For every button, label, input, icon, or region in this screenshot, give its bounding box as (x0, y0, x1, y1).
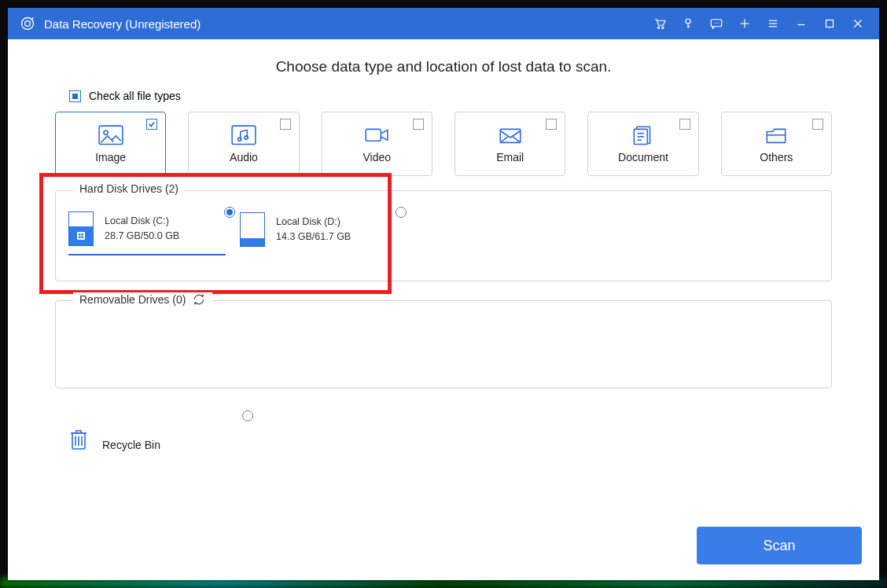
svg-line-2 (31, 18, 34, 20)
svg-rect-37 (79, 237, 81, 239)
svg-point-3 (657, 27, 659, 28)
svg-rect-18 (826, 20, 834, 28)
type-checkbox-email[interactable] (546, 119, 557, 130)
svg-point-5 (686, 19, 690, 24)
audio-icon (230, 124, 257, 146)
svg-point-9 (714, 23, 715, 24)
recycle-radio[interactable] (242, 410, 253, 421)
type-label-image: Image (95, 151, 126, 164)
feedback-icon[interactable] (708, 15, 725, 32)
email-icon (497, 124, 524, 146)
refresh-icon[interactable] (192, 292, 206, 307)
scan-button[interactable]: Scan (697, 527, 862, 564)
page-heading: Choose data type and location of lost da… (55, 58, 832, 75)
removable-section: Removable Drives (0) (55, 300, 832, 388)
drive-d-name: Local Disk (D:) (276, 215, 351, 230)
removable-legend: Removable Drives (0) (73, 292, 212, 307)
minimize-button[interactable] (793, 15, 810, 32)
document-icon (630, 124, 657, 146)
svg-rect-38 (82, 237, 84, 239)
cart-icon[interactable] (651, 15, 668, 32)
disk-icon (68, 211, 94, 246)
drive-c-name: Local Disk (C:) (105, 214, 179, 229)
recycle-bin-label: Recycle Bin (102, 439, 160, 451)
recycle-bin-option[interactable]: Recycle Bin (69, 410, 234, 451)
type-checkbox-video[interactable] (413, 119, 424, 130)
drive-d-radio[interactable] (396, 207, 407, 218)
svg-rect-34 (77, 232, 85, 240)
drive-d[interactable]: Local Disk (D:) 14.3 GB/61.7 GB (240, 208, 397, 255)
svg-point-10 (716, 23, 716, 24)
titlebar-buttons (651, 15, 873, 32)
type-card-email[interactable]: Email (455, 112, 565, 176)
content-area: Choose data type and location of lost da… (8, 39, 879, 580)
drive-d-usage: 14.3 GB/61.7 GB (276, 230, 351, 244)
svg-point-25 (245, 136, 248, 139)
others-icon (763, 124, 789, 146)
close-button[interactable] (849, 15, 867, 32)
svg-point-1 (25, 21, 31, 27)
type-label-document: Document (618, 151, 668, 164)
maximize-button[interactable] (821, 15, 838, 32)
type-checkbox-others[interactable] (812, 119, 823, 130)
hdd-section: Hard Disk Drives (2) Local Disk (C:) 2 (55, 190, 832, 281)
check-all-row[interactable]: Check all file types (69, 90, 832, 102)
menu-icon[interactable] (764, 15, 782, 32)
drive-c-radio[interactable] (224, 207, 235, 218)
type-label-audio: Audio (230, 151, 258, 164)
type-card-image[interactable]: Image (55, 112, 166, 176)
svg-point-11 (718, 23, 719, 24)
check-all-label: Check all file types (89, 90, 181, 102)
drive-c[interactable]: Local Disk (C:) 28.7 GB/50.0 GB (68, 208, 226, 255)
type-card-others[interactable]: Others (721, 112, 832, 176)
svg-point-22 (104, 130, 108, 134)
app-title: Data Recovery (Unregistered) (44, 17, 651, 31)
type-card-video[interactable]: Video (322, 112, 432, 176)
type-checkbox-audio[interactable] (280, 119, 291, 130)
check-all-checkbox[interactable] (69, 90, 81, 102)
type-label-video: Video (363, 151, 392, 164)
type-label-email: Email (496, 151, 524, 164)
svg-rect-23 (232, 126, 256, 144)
svg-rect-36 (82, 233, 84, 236)
type-card-document[interactable]: Document (587, 112, 698, 176)
drive-c-usage: 28.7 GB/50.0 GB (105, 229, 179, 244)
video-icon (363, 124, 390, 146)
svg-rect-26 (366, 130, 381, 141)
app-logo-icon (19, 15, 36, 32)
svg-rect-35 (79, 233, 81, 236)
disk-icon (240, 212, 265, 247)
type-label-others: Others (760, 151, 793, 164)
type-card-audio[interactable]: Audio (188, 112, 299, 176)
key-icon[interactable] (679, 15, 697, 32)
type-checkbox-document[interactable] (679, 119, 690, 130)
recycle-bin-icon (69, 426, 88, 451)
image-icon (98, 124, 124, 146)
titlebar: Data Recovery (Unregistered) (8, 8, 879, 39)
file-type-row: Image Audio Video (55, 112, 832, 176)
svg-point-24 (238, 138, 241, 141)
hdd-legend: Hard Disk Drives (2) (73, 182, 185, 195)
app-window: Data Recovery (Unregistered) Choose data… (8, 8, 879, 580)
svg-point-4 (662, 27, 664, 28)
type-checkbox-image[interactable] (146, 119, 157, 130)
add-icon[interactable] (736, 15, 753, 32)
